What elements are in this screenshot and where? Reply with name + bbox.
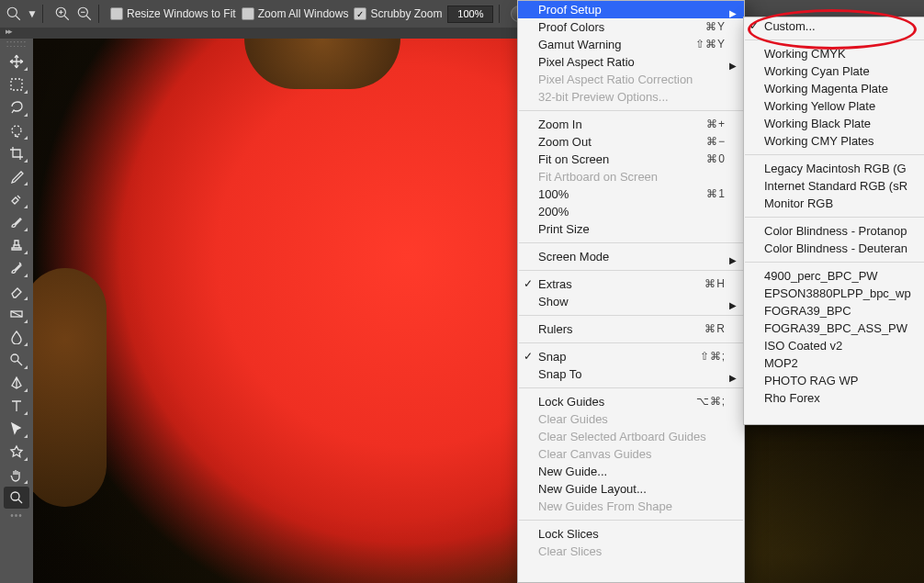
view-menu-item[interactable]: Proof Colors⌘Y [518, 18, 744, 36]
view-menu-item[interactable]: Show▶ [518, 293, 744, 310]
proof-setup-item[interactable]: Working Yellow Plate [744, 97, 924, 115]
proof-setup-item[interactable]: Rho Forex [744, 389, 924, 407]
menu-item-label: FOGRA39_BPC_ASS_PW [764, 321, 907, 335]
proof-setup-item[interactable]: FOGRA39_BPC_ASS_PW [744, 320, 924, 337]
menu-item-label: Pixel Aspect Ratio [538, 55, 635, 69]
menu-separator [519, 342, 743, 343]
eraser-tool[interactable] [4, 280, 29, 302]
view-menu-item[interactable]: Extras✓⌘H [518, 275, 744, 293]
resize-windows-checkbox[interactable]: Resize Windows to Fit [110, 7, 236, 20]
healing-tool[interactable] [4, 188, 29, 210]
view-menu-item[interactable]: Print Size [518, 220, 744, 238]
edit-toolbar-button[interactable]: ••• [0, 510, 33, 521]
history-brush-tool[interactable] [4, 257, 29, 279]
shape-tool[interactable] [4, 441, 29, 463]
zoom-out-icon[interactable] [76, 6, 93, 22]
menu-item-label: Rho Forex [764, 391, 820, 405]
menu-item-label: Gamut Warning [538, 38, 622, 51]
view-menu-item[interactable]: Fit on Screen⌘0 [518, 151, 744, 168]
stamp-tool[interactable] [4, 234, 29, 256]
menu-item-label: Fit Artboard on Screen [538, 170, 658, 184]
marquee-tool[interactable] [4, 73, 29, 95]
gradient-tool[interactable] [4, 303, 29, 325]
toolbox-grip[interactable]: :::::: [0, 39, 33, 50]
zoom-all-checkbox[interactable]: Zoom All Windows [242, 7, 349, 20]
view-menu-item[interactable]: New Guide... [518, 463, 744, 480]
view-menu-item[interactable]: 200% [518, 203, 744, 220]
proof-setup-item[interactable]: FOGRA39_BPC [744, 302, 924, 320]
shortcut-label: ⌘H [704, 275, 726, 293]
hand-tool[interactable] [4, 464, 29, 486]
view-menu-item[interactable]: Snap To▶ [518, 365, 744, 383]
view-menu-item[interactable]: Screen Mode▶ [518, 248, 744, 265]
menu-item-label: 4900_perc_BPC_PW [764, 269, 878, 283]
dodge-tool[interactable] [4, 349, 29, 371]
view-menu-item[interactable]: Gamut Warning⇧⌘Y [518, 36, 744, 53]
menu-item-label: Monitor RGB [764, 196, 833, 210]
shortcut-label: ⌘0 [706, 151, 726, 168]
proof-setup-item[interactable]: Custom...✓ [744, 17, 924, 35]
view-menu-item[interactable]: New Guide Layout... [518, 480, 744, 498]
pen-tool[interactable] [4, 372, 29, 394]
proof-setup-item[interactable]: Working Cyan Plate [744, 62, 924, 80]
svg-rect-9 [11, 79, 22, 90]
menu-item-label: Print Size [538, 222, 590, 236]
menu-item-label: 100% [538, 187, 569, 201]
zoom-tool[interactable] [4, 487, 29, 509]
shortcut-label: ⌘Y [705, 18, 726, 36]
dropdown-arrow-icon[interactable]: ▼ [28, 6, 37, 22]
proof-setup-item[interactable]: ISO Coated v2 [744, 337, 924, 354]
proof-setup-item[interactable]: Color Blindness - Deuteran [744, 240, 924, 257]
menu-item-label: Fit on Screen [538, 152, 609, 166]
view-menu-item[interactable]: Rulers⌘R [518, 320, 744, 338]
view-menu-item[interactable]: Snap✓⇧⌘; [518, 348, 744, 365]
crop-tool[interactable] [4, 142, 29, 164]
proof-setup-item[interactable]: Legacy Macintosh RGB (G [744, 160, 924, 177]
proof-setup-item[interactable]: 4900_perc_BPC_PW [744, 267, 924, 285]
menu-item-label: Clear Slices [538, 544, 602, 558]
move-tool[interactable] [4, 50, 29, 73]
proof-setup-item[interactable]: Working Magenta Plate [744, 80, 924, 97]
brush-tool[interactable] [4, 211, 29, 233]
proof-setup-item[interactable]: MOP2 [744, 354, 924, 372]
menu-item-label: Zoom In [538, 118, 582, 131]
menu-item-label: Working CMY Plates [764, 134, 873, 148]
view-menu-item[interactable]: Zoom In⌘+ [518, 116, 744, 133]
view-menu-item[interactable]: Zoom Out⌘− [518, 133, 744, 151]
type-tool[interactable] [4, 395, 29, 417]
proof-setup-item[interactable]: Working CMY Plates [744, 132, 924, 150]
proof-setup-item[interactable]: EPSON3880PLPP_bpc_wp [744, 285, 924, 302]
menu-item-label: EPSON3880PLPP_bpc_wp [764, 286, 911, 300]
proof-setup-item[interactable]: Monitor RGB [744, 195, 924, 212]
eyedropper-tool[interactable] [4, 165, 29, 187]
blur-tool[interactable] [4, 326, 29, 348]
proof-setup-item[interactable]: Internet Standard RGB (sR [744, 177, 924, 195]
zoom-level-field[interactable] [447, 6, 493, 23]
view-menu-item[interactable]: Proof Setup▶ [518, 1, 744, 18]
scrubby-zoom-checkbox[interactable]: Scrubby Zoom [354, 7, 442, 20]
menu-item-label: Working Cyan Plate [764, 64, 870, 78]
proof-setup-item[interactable]: Working CMYK [744, 45, 924, 62]
menu-item-label: Working Black Plate [764, 117, 871, 130]
zoom-in-icon[interactable] [54, 6, 71, 22]
path-select-tool[interactable] [4, 418, 29, 440]
menu-item-label: Clear Canvas Guides [538, 447, 652, 461]
menu-item-label: PHOTO RAG WP [764, 374, 858, 387]
view-menu-item[interactable]: Lock Guides⌥⌘; [518, 393, 744, 410]
shortcut-label: ⌘+ [706, 116, 726, 133]
menu-item-label: New Guide Layout... [538, 482, 647, 496]
photo-detail [244, 39, 400, 89]
menu-item-label: Working CMYK [764, 47, 846, 61]
menu-separator [519, 520, 743, 521]
view-menu-item[interactable]: Lock Slices [518, 525, 744, 543]
proof-setup-item[interactable]: Working Black Plate [744, 115, 924, 132]
proof-setup-item[interactable]: Color Blindness - Protanop [744, 222, 924, 240]
zoom-tool-preset-icon[interactable] [6, 6, 22, 22]
proof-setup-item[interactable]: PHOTO RAG WP [744, 372, 924, 389]
quick-select-tool[interactable] [4, 119, 29, 141]
menu-item-label: 200% [538, 205, 569, 219]
view-menu-item[interactable]: 100%⌘1 [518, 185, 744, 203]
submenu-arrow-icon: ▶ [729, 297, 737, 310]
lasso-tool[interactable] [4, 96, 29, 118]
view-menu-item[interactable]: Pixel Aspect Ratio▶ [518, 53, 744, 71]
